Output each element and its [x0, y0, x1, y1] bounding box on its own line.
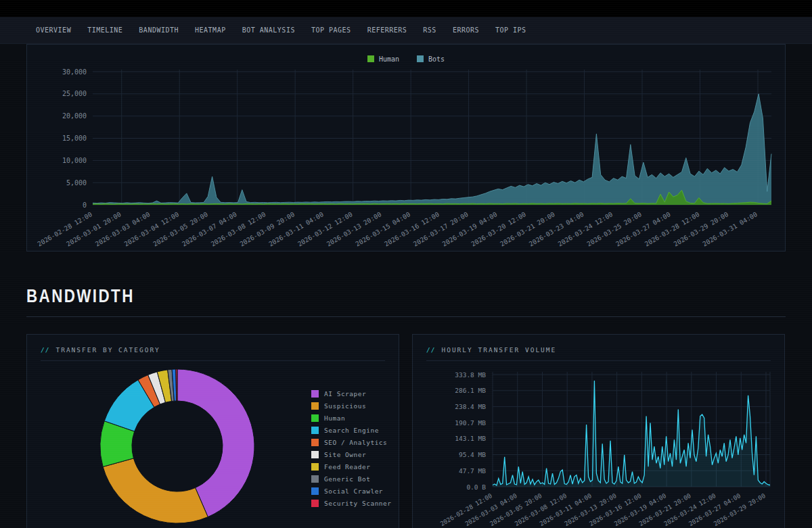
top-black-strip — [0, 0, 812, 17]
y-axis-tick-label: 20,000 — [62, 112, 87, 120]
legend-label: Social Crawler — [324, 487, 383, 495]
legend-swatch — [311, 402, 319, 410]
hourly-transfer-volume-title: //HOURLY TRANSFER VOLUME — [426, 346, 771, 354]
legend-label: Bots — [428, 55, 445, 63]
nav-item-top-pages[interactable]: TOP PAGES — [311, 26, 351, 34]
legend-label: SEO / Analytics — [324, 439, 387, 446]
legend-swatch — [311, 500, 319, 507]
legend-item-bots[interactable]: Bots — [417, 55, 445, 63]
legend-swatch — [311, 463, 319, 471]
donut-legend: AI ScraperSuspiciousHumanSearch EngineSE… — [311, 387, 392, 509]
y-axis-tick-label: 47.7 MB — [459, 467, 486, 475]
legend-swatch — [311, 487, 319, 495]
donut-legend-item-generic-bot[interactable]: Generic Bot — [311, 473, 392, 485]
donut-legend-item-feed-reader[interactable]: Feed Reader — [311, 460, 392, 473]
donut-legend-item-ai-scraper[interactable]: AI Scraper — [311, 387, 392, 400]
traffic-chart-legend: HumanBots — [27, 53, 785, 64]
legend-label: Human — [324, 414, 345, 422]
y-axis-tick-label: 30,000 — [62, 68, 87, 76]
nav-item-top-ips[interactable]: TOP IPS — [495, 26, 526, 34]
legend-swatch — [417, 55, 424, 62]
legend-swatch — [311, 451, 319, 458]
hourly-transfer-volume-chart: 333.8 MB286.1 MB238.4 MB190.7 MB143.1 MB… — [426, 366, 772, 528]
donut-slice-security-scanner[interactable] — [176, 369, 177, 401]
legend-label: Search Engine — [324, 427, 379, 434]
y-axis-tick-label: 15,000 — [62, 135, 87, 142]
x-axis-tick-label: 2026-03-31 04:00 — [701, 210, 759, 247]
y-axis-tick-label: 143.1 MB — [455, 435, 486, 442]
nav-item-rss[interactable]: RSS — [423, 26, 436, 34]
legend-swatch — [311, 439, 319, 446]
nav-item-errors[interactable]: ERRORS — [453, 26, 479, 34]
y-axis-tick-label: 190.7 MB — [455, 419, 486, 427]
legend-swatch — [311, 414, 319, 422]
transfer-by-category-card: //TRANSFER BY CATEGORY AI ScraperSuspici… — [26, 334, 399, 528]
legend-label: Suspicious — [324, 402, 366, 410]
legend-swatch — [311, 475, 319, 483]
hourly-transfer-volume-card: //HOURLY TRANSFER VOLUME 333.8 MB286.1 M… — [412, 334, 785, 528]
y-axis-tick-label: 95.4 MB — [459, 451, 486, 458]
y-axis-tick-label: 238.4 MB — [455, 403, 486, 410]
donut-legend-item-site-owner[interactable]: Site Owner — [311, 448, 392, 460]
nav-item-timeline[interactable]: TIMELINE — [87, 26, 122, 34]
y-axis-tick-label: 0.0 B — [466, 483, 486, 491]
transfer-by-category-title: //TRANSFER BY CATEGORY — [41, 346, 385, 354]
y-axis-tick-label: 5,000 — [66, 179, 87, 187]
transfer-by-category-donut-chart — [85, 354, 269, 528]
legend-swatch — [311, 390, 319, 398]
slashes-decoration: // — [426, 346, 435, 354]
y-axis-tick-label: 286.1 MB — [455, 387, 486, 394]
y-axis-tick-label: 333.8 MB — [455, 371, 486, 379]
area-series-bots — [93, 94, 771, 205]
donut-legend-item-human[interactable]: Human — [311, 412, 392, 424]
legend-label: Generic Bot — [324, 475, 370, 483]
donut-slice-suspicious[interactable] — [103, 458, 208, 523]
y-axis-tick-label: 0 — [83, 201, 87, 209]
nav-item-overview[interactable]: OVERVIEW — [36, 26, 71, 34]
legend-label: AI Scraper — [324, 390, 366, 398]
legend-label: Feed Reader — [324, 463, 370, 471]
donut-legend-item-seo-analytics[interactable]: SEO / Analytics — [311, 436, 392, 448]
traffic-timeline-chart: 30,00025,00020,00015,00010,0005,00002026… — [27, 64, 785, 251]
legend-item-human[interactable]: Human — [367, 55, 399, 63]
donut-legend-item-social-crawler[interactable]: Social Crawler — [311, 485, 392, 497]
donut-legend-item-security-scanner[interactable]: Security Scanner — [311, 497, 392, 509]
legend-swatch — [311, 427, 319, 434]
section-title-bandwidth: BANDWIDTH — [26, 285, 655, 307]
traffic-timeline-panel: HumanBots 30,00025,00020,00015,00010,000… — [26, 44, 786, 251]
legend-label: Security Scanner — [324, 500, 392, 507]
card-title-text: HOURLY TRANSFER VOLUME — [441, 346, 556, 354]
slashes-decoration: // — [41, 346, 49, 354]
section-divider — [26, 316, 786, 317]
nav-item-heatmap[interactable]: HEATMAP — [195, 26, 226, 34]
y-axis-tick-label: 25,000 — [62, 90, 87, 97]
donut-legend-item-search-engine[interactable]: Search Engine — [311, 424, 392, 436]
y-axis-tick-label: 10,000 — [62, 157, 87, 164]
bandwidth-cards-row: //TRANSFER BY CATEGORY AI ScraperSuspici… — [26, 334, 786, 528]
nav-item-bandwidth[interactable]: BANDWIDTH — [139, 26, 179, 34]
nav-item-bot-analysis[interactable]: BOT ANALYSIS — [242, 26, 295, 34]
card-title-text: TRANSFER BY CATEGORY — [55, 346, 160, 354]
main-nav: OVERVIEWTIMELINEBANDWIDTHHEATMAPBOT ANAL… — [0, 17, 812, 44]
donut-legend-item-suspicious[interactable]: Suspicious — [311, 400, 392, 412]
card-divider — [426, 360, 771, 361]
nav-item-referrers[interactable]: REFERRERS — [367, 26, 407, 34]
legend-label: Human — [379, 55, 399, 63]
legend-swatch — [367, 55, 374, 62]
legend-label: Site Owner — [324, 451, 366, 458]
